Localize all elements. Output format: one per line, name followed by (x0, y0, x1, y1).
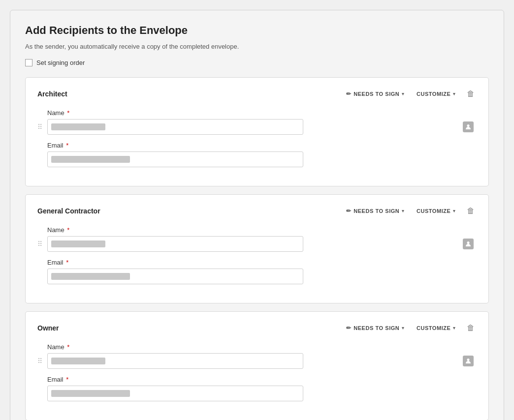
recipient-card-owner: Owner ✏ NEEDS TO SIGN ▾ CUSTOMIZE ▾ 🗑 ⠿ (25, 311, 489, 420)
email-label-general-contractor: Email * (47, 259, 477, 266)
customize-chevron-owner: ▾ (453, 326, 456, 330)
fields-area-architect: ⠿ Name * (37, 109, 477, 174)
needs-to-sign-label-owner: NEEDS TO SIGN (353, 325, 399, 331)
name-placeholder-fill-owner (51, 358, 105, 364)
email-field-general-contractor: Email * (47, 259, 477, 284)
customize-label-owner: CUSTOMIZE (417, 325, 451, 331)
name-input-wrapper-architect (47, 119, 477, 135)
name-required-architect: * (67, 109, 69, 117)
customize-btn-owner[interactable]: CUSTOMIZE ▾ (414, 323, 459, 333)
customize-label-architect: CUSTOMIZE (417, 91, 451, 97)
card-actions-general-contractor: ✏ NEEDS TO SIGN ▾ CUSTOMIZE ▾ 🗑 (343, 205, 477, 217)
email-label-architect: Email * (47, 142, 477, 149)
delete-btn-architect[interactable]: 🗑 (465, 88, 477, 100)
delete-btn-general-contractor[interactable]: 🗑 (465, 205, 477, 217)
pen-icon-owner: ✏ (346, 325, 352, 331)
name-row-architect: ⠿ Name * (37, 109, 477, 174)
email-required-general-contractor: * (66, 259, 68, 266)
customize-btn-architect[interactable]: CUSTOMIZE ▾ (414, 89, 459, 99)
name-row-general-contractor: ⠿ Name * (37, 226, 477, 291)
svg-point-1 (467, 241, 470, 244)
signing-order-label: Set signing order (36, 59, 85, 66)
email-field-architect: Email * (47, 142, 477, 167)
svg-point-2 (467, 359, 470, 361)
contact-icon-general-contractor[interactable] (463, 239, 474, 249)
signing-order-row: Set signing order (25, 59, 489, 66)
needs-to-sign-chevron-general-contractor: ▾ (402, 209, 405, 213)
page-container: Add Recipients to the Envelope As the se… (10, 10, 504, 420)
email-input-wrapper-owner (47, 386, 477, 401)
email-required-owner: * (66, 376, 68, 383)
needs-to-sign-btn-general-contractor[interactable]: ✏ NEEDS TO SIGN ▾ (343, 206, 408, 216)
customize-label-general-contractor: CUSTOMIZE (417, 208, 451, 214)
needs-to-sign-label-general-contractor: NEEDS TO SIGN (353, 208, 399, 214)
contact-icon-owner[interactable] (463, 356, 474, 366)
delete-btn-owner[interactable]: 🗑 (465, 322, 477, 334)
name-label-general-contractor: Name * (47, 226, 477, 234)
email-placeholder-fill-general-contractor (51, 273, 130, 280)
name-label-architect: Name * (47, 109, 477, 117)
name-required-owner: * (67, 343, 69, 351)
recipient-card-architect: Architect ✏ NEEDS TO SIGN ▾ CUSTOMIZE ▾ … (25, 77, 489, 186)
needs-to-sign-btn-owner[interactable]: ✏ NEEDS TO SIGN ▾ (343, 323, 408, 333)
name-input-wrapper-general-contractor (47, 236, 477, 252)
drag-handle-general-contractor[interactable]: ⠿ (37, 226, 42, 248)
drag-handle-owner[interactable]: ⠿ (37, 343, 42, 365)
email-required-architect: * (66, 142, 68, 149)
recipient-role-architect: Architect (37, 90, 67, 98)
name-label-owner: Name * (47, 343, 477, 351)
drag-handle-architect[interactable]: ⠿ (37, 109, 42, 131)
email-placeholder-fill-architect (51, 156, 130, 163)
trash-icon-architect: 🗑 (467, 90, 475, 98)
needs-to-sign-chevron-architect: ▾ (402, 91, 405, 96)
name-input-wrapper-owner (47, 353, 477, 369)
card-header-owner: Owner ✏ NEEDS TO SIGN ▾ CUSTOMIZE ▾ 🗑 (37, 322, 477, 334)
pen-icon-architect: ✏ (346, 90, 352, 97)
email-input-wrapper-architect (47, 151, 477, 167)
customize-btn-general-contractor[interactable]: CUSTOMIZE ▾ (414, 206, 459, 216)
recipient-role-owner: Owner (37, 324, 59, 332)
fields-area-owner: ⠿ Name * (37, 343, 477, 408)
trash-icon-owner: 🗑 (467, 324, 475, 332)
card-header-architect: Architect ✏ NEEDS TO SIGN ▾ CUSTOMIZE ▾ … (37, 88, 477, 100)
name-required-general-contractor: * (67, 226, 69, 234)
card-actions-architect: ✏ NEEDS TO SIGN ▾ CUSTOMIZE ▾ 🗑 (343, 88, 477, 100)
email-placeholder-fill-owner (51, 390, 130, 397)
recipient-role-general-contractor: General Contractor (37, 207, 100, 215)
name-placeholder-fill-architect (51, 123, 105, 130)
email-label-owner: Email * (47, 376, 477, 383)
name-field-architect: Name * (47, 109, 477, 135)
subtitle: As the sender, you automatically receive… (25, 43, 489, 50)
fields-area-general-contractor: ⠿ Name * (37, 226, 477, 291)
signing-order-checkbox[interactable] (25, 59, 32, 66)
recipient-card-general-contractor: General Contractor ✏ NEEDS TO SIGN ▾ CUS… (25, 194, 489, 303)
email-field-owner: Email * (47, 376, 477, 401)
name-field-owner: Name * (47, 343, 477, 369)
name-row-owner: ⠿ Name * (37, 343, 477, 408)
email-input-wrapper-general-contractor (47, 269, 477, 284)
customize-chevron-architect: ▾ (453, 91, 456, 96)
recipients-container: Architect ✏ NEEDS TO SIGN ▾ CUSTOMIZE ▾ … (25, 77, 489, 420)
card-actions-owner: ✏ NEEDS TO SIGN ▾ CUSTOMIZE ▾ 🗑 (343, 322, 477, 334)
needs-to-sign-btn-architect[interactable]: ✏ NEEDS TO SIGN ▾ (343, 89, 408, 99)
pen-icon-general-contractor: ✏ (346, 208, 352, 214)
card-header-general-contractor: General Contractor ✏ NEEDS TO SIGN ▾ CUS… (37, 205, 477, 217)
contact-icon-architect[interactable] (463, 121, 474, 132)
page-title: Add Recipients to the Envelope (25, 24, 489, 37)
name-field-general-contractor: Name * (47, 226, 477, 252)
svg-point-0 (467, 124, 470, 127)
trash-icon-general-contractor: 🗑 (467, 207, 475, 215)
needs-to-sign-chevron-owner: ▾ (402, 326, 405, 330)
needs-to-sign-label-architect: NEEDS TO SIGN (353, 91, 399, 97)
name-placeholder-fill-general-contractor (51, 240, 105, 247)
customize-chevron-general-contractor: ▾ (453, 209, 456, 213)
